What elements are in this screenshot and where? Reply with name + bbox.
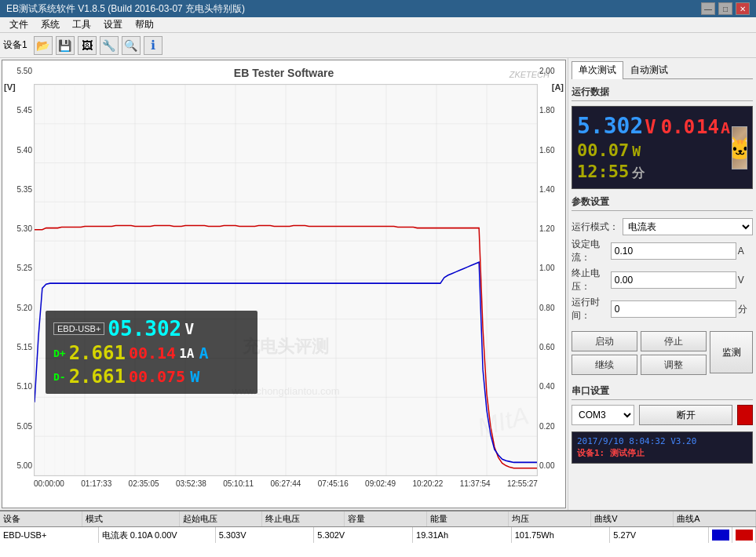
header-energy: 能量: [427, 511, 509, 526]
menu-settings[interactable]: 设置: [97, 17, 129, 32]
tab-auto-test[interactable]: 自动测试: [623, 61, 675, 78]
y-axis-left: 5.50 5.45 5.40 5.35 5.30 5.25 5.20 5.15 …: [2, 60, 34, 476]
curve-a-swatch: [736, 530, 753, 541]
cell-end-v: 5.302V: [314, 527, 413, 543]
overlay-title: EBD-USB+: [53, 322, 104, 335]
continue-button[interactable]: 继续: [572, 355, 637, 375]
device-label: 设备1: [3, 38, 27, 52]
rd-time-value: 12:55: [577, 162, 629, 181]
mode-label: 运行模式：: [572, 220, 623, 234]
open-file-button[interactable]: 📂: [34, 36, 53, 55]
com-select[interactable]: COM3: [572, 405, 634, 425]
search-button[interactable]: 🔍: [122, 36, 141, 55]
menu-bar: 文件 系统 工具 设置 帮助: [0, 17, 756, 33]
cell-curve-a-color: [732, 527, 756, 543]
rd-current-value: 14: [696, 116, 719, 138]
current-label: 设定电流：: [572, 238, 611, 264]
rd-time-unit: 分: [632, 166, 645, 182]
save-button[interactable]: 💾: [56, 36, 75, 55]
overlay-voltage-unit: V: [184, 319, 194, 338]
action-buttons: 启动 停止 继续 调整 监测: [572, 331, 753, 375]
voltage-end-row: 终止电压： V: [572, 267, 753, 293]
voltage-end-unit: V: [738, 275, 753, 286]
chart-title: EB Tester Software: [234, 67, 334, 79]
tab-single-test[interactable]: 单次测试: [572, 61, 623, 79]
current-row: 设定电流： A: [572, 238, 753, 264]
log-area: 2017/9/10 8:04:32 V3.20 设备1: 测试停止: [572, 431, 753, 464]
log-line-2: 设备1: 测试停止: [577, 447, 747, 459]
params-section: 运行模式： 电流表 设定电流： A 终止电压： V 运行时间： 分: [572, 216, 753, 325]
header-device: 设备: [0, 511, 82, 526]
overlay-d-plus-label: D+: [53, 348, 66, 359]
params-title: 参数设置: [572, 195, 753, 211]
toolbar: 设备1 📂 💾 🖼 🔧 🔍 ℹ: [0, 33, 756, 58]
main-area: EB Tester Software ZKETECH [V] [A] 5.50 …: [0, 58, 756, 510]
window-controls: — □ ✕: [701, 2, 750, 15]
cell-energy: 101.75Wh: [512, 527, 611, 543]
settings-button[interactable]: 🔧: [100, 36, 119, 55]
running-data-display: 5.302 V 0.0 14 A 00.07 W 12:55 分: [572, 106, 753, 189]
cell-device: EBD-USB+: [0, 527, 99, 543]
mode-select[interactable]: 电流表: [623, 218, 753, 235]
maximize-button[interactable]: □: [718, 2, 732, 15]
rd-current-unit: A: [721, 118, 730, 137]
table-row: EBD-USB+ 电流表 0.10A 0.00V 5.303V 5.302V 1…: [0, 527, 756, 543]
menu-system[interactable]: 系统: [35, 17, 66, 32]
cell-curve-v-color: [709, 527, 732, 543]
info-button[interactable]: ℹ: [144, 36, 163, 55]
header-capacity: 容量: [345, 511, 427, 526]
chart-svg: [35, 85, 537, 475]
header-curve-v: 曲线V: [591, 511, 674, 526]
cell-capacity: 19.31Ah: [413, 527, 512, 543]
rd-voltage: 5.302: [577, 113, 643, 139]
chart-overlay: EBD-USB+ 05.302 V D+ 2.661 00.14 1A A D-…: [46, 311, 257, 394]
curve-v-swatch: [712, 530, 729, 541]
app-title: EB测试系统软件 V1.8.5 (Build 2016-03-07 充电头特别版…: [6, 2, 245, 16]
chart-plot: 充电头评测 www.chongdiantou.com MItA: [34, 84, 538, 476]
stop-button[interactable]: 停止: [641, 331, 707, 351]
minimize-button[interactable]: —: [701, 2, 715, 15]
rd-power-value: 00.07: [577, 140, 629, 160]
time-unit: 分: [738, 303, 753, 316]
monitor-button[interactable]: 监测: [710, 331, 753, 373]
x-axis: 00:00:00 01:17:33 02:35:05 03:52:38 05:1…: [34, 476, 538, 508]
header-mode: 模式: [82, 511, 180, 526]
current-unit: A: [738, 246, 753, 257]
time-input[interactable]: [611, 300, 736, 318]
rd-current-zero: 0.0: [661, 116, 695, 138]
rd-power-unit: W: [632, 143, 641, 159]
avatar-image: 🐱: [732, 127, 747, 169]
screenshot-button[interactable]: 🖼: [78, 36, 97, 55]
header-avg-v: 均压: [509, 511, 591, 526]
header-start-v: 起始电压: [180, 511, 262, 526]
panel-tabs: 单次测试 自动测试: [572, 61, 753, 79]
table-header: 设备 模式 起始电压 终止电压 容量 能量 均压 曲线V 曲线A: [0, 511, 756, 527]
com-status-indicator: [737, 405, 753, 425]
time-row: 运行时间： 分: [572, 296, 753, 322]
header-curve-a: 曲线A: [674, 511, 756, 526]
overlay-d-minus-label: D-: [53, 371, 66, 383]
time-label: 运行时间：: [572, 296, 611, 322]
overlay-current-value: 00.14: [129, 344, 176, 362]
menu-file[interactable]: 文件: [3, 17, 35, 32]
log-line-1: 2017/9/10 8:04:32 V3.20: [577, 435, 747, 447]
cell-start-v: 5.303V: [216, 527, 315, 543]
overlay-power-value: 00.075: [129, 367, 185, 386]
disconnect-button[interactable]: 断开: [639, 405, 732, 425]
start-button[interactable]: 启动: [572, 331, 637, 351]
com-row: COM3 断开: [572, 405, 753, 425]
overlay-voltage: 05.302: [108, 317, 181, 340]
adjust-button[interactable]: 调整: [641, 355, 707, 375]
voltage-end-label: 终止电压：: [572, 267, 611, 293]
voltage-end-input[interactable]: [611, 271, 736, 289]
current-input[interactable]: [611, 242, 736, 260]
overlay-d-plus-value: 2.661: [69, 342, 126, 364]
overlay-current-unit: 1A: [179, 346, 194, 361]
bottom-table: 设备 模式 起始电压 终止电压 容量 能量 均压 曲线V 曲线A EBD-USB…: [0, 510, 756, 557]
close-button[interactable]: ✕: [736, 2, 750, 15]
header-end-v: 终止电压: [262, 511, 345, 526]
chart-area: EB Tester Software ZKETECH [V] [A] 5.50 …: [2, 60, 566, 508]
menu-tools[interactable]: 工具: [66, 17, 97, 32]
menu-help[interactable]: 帮助: [129, 17, 160, 32]
overlay-power-unit: W: [190, 367, 199, 386]
